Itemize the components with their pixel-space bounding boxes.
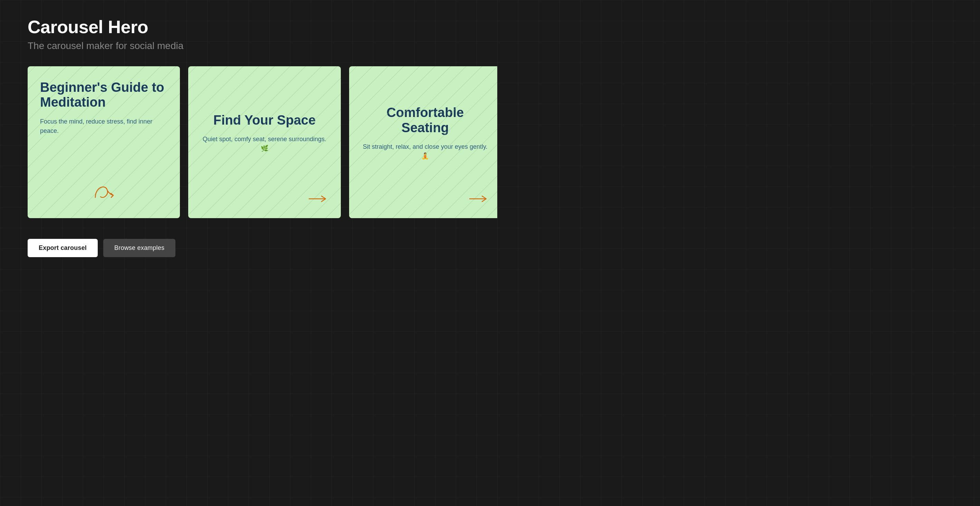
card-1-title: Beginner's Guide to Meditation [40,80,167,110]
card-2-footer [200,186,328,204]
page-container: Carousel Hero The carousel maker for soc… [0,0,525,278]
card-2-title: Find Your Space [213,113,316,128]
carousel-card-2: Find Your Space Quiet spot, comfy seat, … [188,66,340,218]
app-subtitle: The carousel maker for social media [28,40,497,52]
card-3-title: Comfortable Seating [361,105,489,135]
card-3-description: Sit straight, relax, and close your eyes… [361,142,489,161]
export-carousel-button[interactable]: Export carousel [28,239,98,257]
card-2-center: Find Your Space Quiet spot, comfy seat, … [200,80,328,186]
arrow-icon-3 [468,193,489,204]
header: Carousel Hero The carousel maker for soc… [28,17,497,52]
app-title: Carousel Hero [28,17,497,37]
carousel-card-3: Comfortable Seating Sit straight, relax,… [349,66,497,218]
carousel: Beginner's Guide to Meditation Focus the… [28,66,497,218]
arrow-icon-2 [308,193,328,204]
card-1-content: Beginner's Guide to Meditation Focus the… [40,80,167,136]
card-3-center: Comfortable Seating Sit straight, relax,… [361,80,489,186]
swirl-arrow-icon [88,180,119,204]
footer-buttons: Export carousel Browse examples [28,239,497,257]
card-2-description: Quiet spot, comfy seat, serene surroundi… [200,135,328,153]
card-3-footer [361,186,489,204]
card-1-footer [40,173,167,204]
card-1-description: Focus the mind, reduce stress, find inne… [40,117,167,136]
carousel-card-1: Beginner's Guide to Meditation Focus the… [28,66,180,218]
browse-examples-button[interactable]: Browse examples [103,239,175,257]
